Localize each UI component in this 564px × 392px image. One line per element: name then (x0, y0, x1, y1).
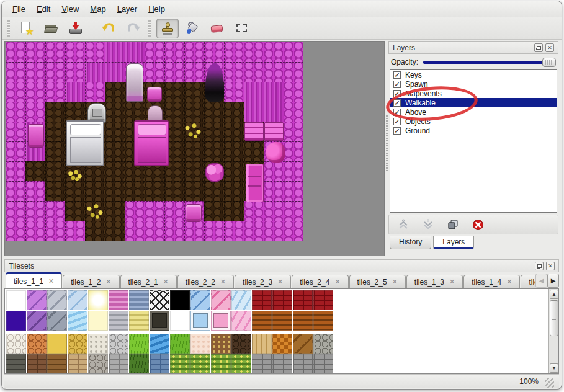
map-tile[interactable] (85, 42, 105, 62)
tileset-tab-tiles_2_5[interactable]: tiles_2_5✕ (349, 275, 406, 288)
map-tile[interactable] (125, 201, 145, 221)
tileset-tile[interactable] (150, 354, 169, 374)
map-tile[interactable] (85, 62, 105, 82)
map-object-shelf[interactable] (264, 122, 284, 141)
scroll-down-arrow[interactable]: ▼ (550, 363, 558, 373)
tileset-tile[interactable] (293, 290, 313, 310)
map-object-pink-shrine[interactable] (186, 204, 202, 222)
duplicate-layer-button[interactable] (446, 218, 460, 231)
tileset-viewport[interactable]: ▲ ▼ (4, 288, 559, 374)
tileset-tab-tiles_2_1[interactable]: tiles_2_1✕ (120, 275, 177, 288)
scroll-tabs-right-button[interactable]: ▶ (547, 274, 559, 288)
float-panel-button[interactable] (534, 43, 543, 52)
map-tile[interactable] (284, 62, 303, 82)
map-tile[interactable] (65, 221, 85, 241)
tileset-tile[interactable] (272, 311, 292, 331)
tileset-tile[interactable] (211, 290, 231, 310)
tileset-tile[interactable] (109, 334, 128, 354)
fill-tool-button[interactable] (181, 19, 204, 38)
map-tile[interactable] (184, 42, 204, 62)
map-tile[interactable] (105, 181, 125, 201)
map-tile[interactable] (45, 141, 65, 161)
eraser-tool-button[interactable] (206, 19, 228, 38)
tab-close-icon[interactable]: ✕ (163, 278, 169, 286)
map-object-plant[interactable] (247, 146, 262, 159)
tileset-tab-tiles_2_4[interactable]: tiles_2_4✕ (292, 275, 348, 288)
map-tile[interactable] (224, 122, 244, 141)
tileset-tile[interactable] (190, 334, 210, 354)
close-panel-button[interactable]: ✕ (546, 262, 555, 270)
tileset-tile[interactable] (88, 311, 108, 331)
tileset-scrollbar[interactable]: ▲ ▼ (548, 289, 558, 373)
map-tile[interactable] (45, 122, 65, 141)
tileset-tile[interactable] (170, 290, 190, 310)
map-tile[interactable] (145, 62, 164, 82)
map-tile[interactable] (105, 201, 125, 221)
map-tile[interactable] (164, 221, 184, 241)
tileset-tile[interactable] (272, 290, 292, 310)
tileset-tile[interactable] (231, 334, 251, 354)
map-tile[interactable] (264, 102, 284, 122)
tileset-tile[interactable] (293, 354, 313, 374)
map-tile[interactable] (224, 62, 244, 82)
map-tile[interactable] (204, 221, 224, 241)
map-tile[interactable] (65, 102, 85, 122)
map-tile[interactable] (65, 201, 85, 221)
map-tile[interactable] (45, 161, 65, 181)
layer-row-ground[interactable]: ✓Ground (390, 126, 557, 135)
tab-close-icon[interactable]: ✕ (105, 278, 111, 286)
tileset-tile[interactable] (6, 334, 26, 354)
tileset-tile[interactable] (68, 334, 87, 354)
map-tile[interactable] (6, 181, 25, 201)
map-tile[interactable] (105, 62, 125, 82)
tileset-tile[interactable] (313, 334, 333, 354)
menu-file[interactable]: File (7, 2, 31, 16)
map-tile[interactable] (244, 102, 264, 122)
tab-close-icon[interactable]: ✕ (277, 278, 283, 286)
map-tile[interactable] (204, 181, 224, 201)
map-tile[interactable] (164, 82, 184, 102)
map-tile[interactable] (264, 181, 284, 201)
opacity-slider-handle[interactable] (542, 58, 556, 67)
tileset-tile[interactable] (27, 311, 47, 331)
map-tile[interactable] (6, 201, 25, 221)
map-tile[interactable] (224, 181, 244, 201)
map-tile[interactable] (284, 141, 303, 161)
map-tile[interactable] (45, 42, 65, 62)
map-tile[interactable] (184, 181, 204, 201)
toolbar-grip[interactable] (7, 20, 10, 37)
map-tile[interactable] (25, 161, 45, 181)
menu-view[interactable]: View (56, 2, 84, 16)
tileset-tile[interactable] (129, 290, 149, 310)
map-tile[interactable] (184, 102, 204, 122)
save-button[interactable] (65, 19, 87, 38)
map-tile[interactable] (284, 181, 303, 201)
select-tool-button[interactable] (231, 19, 253, 38)
map-tile[interactable] (105, 161, 125, 181)
tileset-tab-tiles_2_2[interactable]: tiles_2_2✕ (177, 275, 234, 288)
layer-visibility-checkbox[interactable]: ✓ (393, 90, 401, 97)
map-tile[interactable] (224, 221, 244, 241)
dock-tab-history[interactable]: History (390, 236, 431, 249)
layer-visibility-checkbox[interactable]: ✓ (393, 127, 401, 135)
map-object-flowers[interactable] (67, 170, 83, 181)
map-tile[interactable] (244, 62, 264, 82)
map-tile[interactable] (85, 221, 105, 241)
layer-visibility-checkbox[interactable]: ✓ (393, 109, 401, 116)
new-map-button[interactable]: ★ (15, 19, 37, 38)
raise-layer-button[interactable] (396, 218, 410, 231)
menu-help[interactable]: Help (143, 2, 171, 16)
tab-close-icon[interactable]: ✕ (334, 278, 340, 286)
open-button[interactable] (40, 19, 62, 38)
map-tile[interactable] (65, 82, 85, 102)
tileset-tile[interactable] (109, 354, 128, 374)
tab-close-icon[interactable]: ✕ (506, 278, 512, 286)
tileset-tile[interactable] (68, 311, 87, 331)
map-viewport[interactable] (6, 42, 303, 241)
map-tile[interactable] (264, 161, 284, 181)
tileset-tile[interactable] (47, 311, 67, 331)
scroll-tabs-left-button[interactable]: ◀ (535, 274, 547, 288)
map-tile[interactable] (105, 122, 125, 141)
map-tile[interactable] (105, 102, 125, 122)
tileset-tile[interactable] (313, 354, 333, 374)
